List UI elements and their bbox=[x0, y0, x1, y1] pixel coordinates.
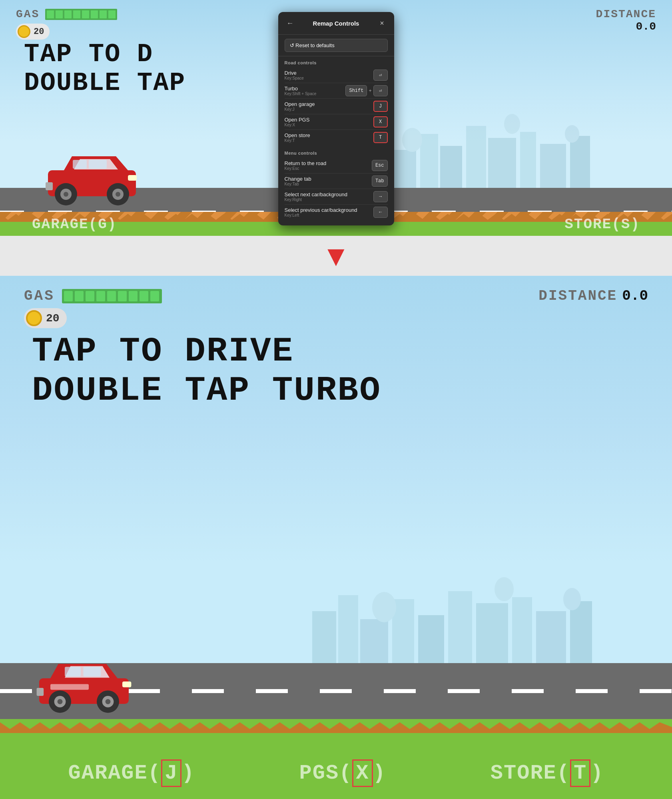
svg-point-11 bbox=[504, 114, 520, 134]
gas-hud: GAS bbox=[16, 8, 117, 20]
car-bottom bbox=[32, 650, 136, 715]
open-store-label: Open store bbox=[285, 132, 310, 138]
gas-hud-bottom: GAS bbox=[24, 288, 162, 304]
return-road-key-badge[interactable]: Esc bbox=[372, 160, 388, 171]
open-store-key-badge[interactable]: T bbox=[373, 132, 388, 143]
svg-rect-7 bbox=[520, 132, 536, 190]
hud-left: GAS 20 bbox=[16, 8, 117, 40]
turbo-shift-badge[interactable]: Shift bbox=[345, 85, 367, 96]
svg-point-35 bbox=[495, 577, 514, 601]
svg-rect-30 bbox=[476, 603, 508, 671]
open-pgs-label: Open PGS bbox=[285, 117, 310, 123]
ground-bottom: GARAGE(J) PGS(X) STORE(T) bbox=[0, 719, 672, 799]
svg-rect-33 bbox=[570, 601, 592, 671]
car-top bbox=[40, 142, 144, 208]
select-prev-key-badge[interactable]: ← bbox=[373, 207, 388, 218]
open-store-control-row: Open store Key:T T bbox=[285, 130, 388, 145]
garage-footer-item: GARAGE(J) bbox=[68, 759, 195, 787]
drive-key: Key:Space bbox=[285, 76, 304, 80]
select-prev-key: Key:Left bbox=[285, 213, 357, 217]
dialog-header: ← Remap Controls × bbox=[278, 12, 394, 35]
open-garage-control-row: Open garage Key:J J bbox=[285, 99, 388, 114]
open-garage-key-badge[interactable]: J bbox=[373, 101, 388, 112]
pgs-footer-key: X bbox=[352, 759, 373, 787]
svg-point-21 bbox=[116, 192, 120, 197]
turbo-control-row: Turbo Key:Shift + Space Shift + ⏎ bbox=[285, 83, 388, 99]
distance-value: 0.0 bbox=[636, 20, 656, 33]
coin-icon bbox=[18, 25, 30, 38]
remap-controls-dialog: ← Remap Controls × ↺ Reset to defaults R… bbox=[278, 12, 394, 225]
svg-point-36 bbox=[563, 588, 581, 610]
svg-rect-38 bbox=[65, 667, 81, 676]
dialog-title: Remap Controls bbox=[296, 20, 377, 27]
svg-rect-39 bbox=[83, 667, 101, 676]
svg-rect-23 bbox=[46, 182, 53, 190]
hud-left-bottom: GAS 20 bbox=[24, 288, 162, 328]
svg-rect-47 bbox=[122, 681, 131, 687]
select-next-key-badge[interactable]: → bbox=[373, 191, 388, 202]
store-footer-key: T bbox=[570, 759, 590, 787]
turbo-key: Key:Shift + Space bbox=[285, 92, 317, 96]
reset-defaults-button[interactable]: ↺ Reset to defaults bbox=[285, 39, 388, 52]
garage-footer-close: ) bbox=[181, 761, 195, 785]
svg-rect-24 bbox=[312, 611, 336, 671]
coin-value: 20 bbox=[34, 27, 44, 37]
store-label: STORE(S) bbox=[564, 216, 640, 233]
return-road-control-row: Return to the road Key:Esc Esc bbox=[285, 158, 388, 173]
hud-bottom: GAS 20 DISTANCE 0.0 bbox=[0, 288, 672, 328]
top-game-screen: GAS 20 DISTANCE 0.0 bbox=[0, 0, 672, 236]
big-text-area-bottom: TAP TO DRIVE DOUBLE TAP TURBO bbox=[32, 332, 381, 410]
down-arrow-icon: ▼ bbox=[322, 241, 350, 270]
drive-label: Drive bbox=[285, 70, 304, 76]
svg-rect-15 bbox=[89, 160, 107, 169]
open-garage-key: Key:J bbox=[285, 107, 315, 112]
road-controls-section: Road controls Drive Key:Space ⏎ Turbo Ke… bbox=[278, 56, 394, 147]
distance-label: DISTANCE bbox=[596, 8, 656, 20]
dialog-close-button[interactable]: × bbox=[377, 18, 388, 29]
pgs-footer-text: PGS( bbox=[299, 761, 352, 785]
return-road-label: Return to the road bbox=[285, 160, 327, 166]
open-store-key: Key:T bbox=[285, 138, 310, 143]
open-pgs-control-row: Open PGS Key:X X bbox=[285, 114, 388, 130]
open-pgs-key-badge[interactable]: X bbox=[373, 116, 388, 128]
pgs-footer-item: PGS(X) bbox=[299, 759, 386, 787]
arrow-divider: ▼ bbox=[0, 236, 672, 276]
store-footer-text: STORE( bbox=[491, 761, 570, 785]
change-tab-key: Key:Tab bbox=[285, 182, 311, 186]
change-tab-key-badge[interactable]: Tab bbox=[372, 175, 388, 187]
turbo-label: Turbo bbox=[285, 86, 317, 92]
hud-right: DISTANCE 0.0 bbox=[596, 8, 656, 33]
svg-rect-6 bbox=[488, 138, 516, 190]
select-next-key: Key:Right bbox=[285, 197, 348, 202]
svg-rect-40 bbox=[50, 684, 89, 689]
change-tab-control-row: Change tab Key:Tab Tab bbox=[285, 173, 388, 189]
bottom-game-screen: GAS 20 DISTANCE 0.0 bbox=[0, 276, 672, 799]
drive-key-badge[interactable]: ⏎ bbox=[373, 70, 388, 81]
select-prev-control-row: Select previous car/background Key:Left … bbox=[285, 205, 388, 220]
footer-labels: GARAGE(J) PGS(X) STORE(T) bbox=[0, 759, 672, 787]
select-next-control-row: Select next car/background Key:Right → bbox=[285, 189, 388, 205]
return-road-key: Key:Esc bbox=[285, 166, 327, 171]
svg-rect-22 bbox=[128, 175, 137, 181]
gas-label: GAS bbox=[16, 8, 40, 20]
coin-value-bottom: 20 bbox=[46, 312, 60, 325]
svg-rect-25 bbox=[338, 595, 358, 671]
dialog-reset-section: ↺ Reset to defaults bbox=[278, 35, 394, 56]
garage-label: GARAGE(G) bbox=[32, 216, 117, 233]
svg-rect-28 bbox=[418, 615, 444, 671]
tap-to-drive-text-bottom: TAP TO DRIVE bbox=[32, 332, 381, 371]
garage-footer-text: GARAGE( bbox=[68, 761, 161, 785]
dialog-back-button[interactable]: ← bbox=[285, 18, 296, 29]
svg-rect-2 bbox=[392, 150, 416, 190]
svg-point-10 bbox=[402, 128, 422, 152]
distance-label-bottom: DISTANCE bbox=[538, 288, 617, 304]
menu-section-title: Menu controls bbox=[285, 151, 388, 155]
svg-rect-5 bbox=[466, 126, 486, 190]
menu-controls-section: Menu controls Return to the road Key:Esc… bbox=[278, 147, 394, 221]
coin-badge-bottom: 20 bbox=[24, 308, 67, 328]
turbo-space-badge[interactable]: ⏎ bbox=[373, 85, 388, 96]
svg-point-12 bbox=[565, 125, 579, 143]
garage-footer-key: J bbox=[161, 759, 181, 787]
svg-point-46 bbox=[106, 699, 111, 704]
svg-rect-31 bbox=[512, 597, 532, 671]
